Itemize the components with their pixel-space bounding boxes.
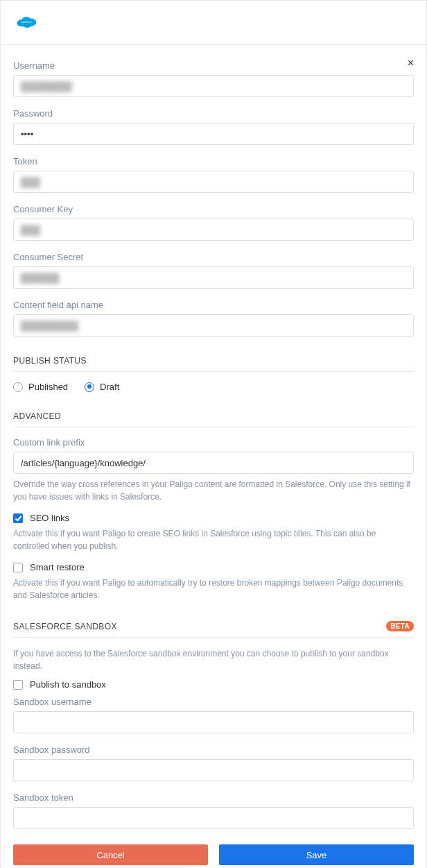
- advanced-title: ADVANCED: [13, 411, 414, 421]
- consumer-key-label: Consumer Key: [13, 204, 414, 214]
- divider: [13, 637, 414, 638]
- smart-restore-checkbox[interactable]: [13, 563, 23, 572]
- custom-link-help: Override the way cross references in you…: [13, 478, 414, 503]
- published-radio-input[interactable]: [13, 382, 23, 392]
- sandbox-token-input[interactable]: [13, 807, 414, 829]
- cancel-button[interactable]: Cancel: [13, 844, 208, 865]
- sandbox-token-label: Sandbox token: [13, 792, 414, 803]
- consumer-secret-label: Consumer Secret: [13, 252, 414, 262]
- seo-links-checkbox[interactable]: [13, 513, 23, 523]
- token-label: Token: [13, 156, 414, 167]
- smart-restore-checkbox-row[interactable]: Smart restore: [13, 562, 414, 572]
- draft-radio-input[interactable]: [85, 382, 94, 392]
- sandbox-password-input[interactable]: [13, 759, 414, 781]
- consumer-key-input[interactable]: ███: [13, 219, 414, 241]
- divider: [13, 371, 414, 372]
- sandbox-intro: If you have access to the Salesforce san…: [13, 647, 414, 672]
- content-field-label: Content field api name: [13, 300, 414, 310]
- published-radio-label: Published: [28, 382, 68, 392]
- sandbox-password-label: Sandbox password: [13, 744, 414, 755]
- svg-text:salesforce: salesforce: [21, 21, 32, 24]
- publish-sandbox-checkbox-row[interactable]: Publish to sandbox: [13, 679, 414, 690]
- content-field-input[interactable]: █████████: [13, 314, 414, 337]
- seo-links-label: SEO links: [30, 513, 69, 523]
- publish-status-title: PUBLISH STATUS: [13, 356, 414, 366]
- username-label: Username: [13, 60, 414, 71]
- close-icon[interactable]: ×: [408, 58, 414, 69]
- publish-sandbox-label: Publish to sandbox: [30, 679, 106, 690]
- beta-badge: BETA: [386, 621, 414, 631]
- username-input[interactable]: ████████: [13, 75, 414, 97]
- token-input[interactable]: ███: [13, 171, 414, 193]
- smart-restore-help: Activate this if you want Paligo to auto…: [13, 577, 414, 602]
- sandbox-title: SALESFORCE SANDBOX: [13, 622, 117, 631]
- custom-link-input[interactable]: [13, 452, 414, 474]
- save-button[interactable]: Save: [219, 844, 414, 865]
- sandbox-username-label: Sandbox username: [13, 697, 414, 707]
- custom-link-label: Custom link prefix: [13, 437, 414, 448]
- header: salesforce: [1, 1, 426, 45]
- draft-radio-label: Draft: [100, 382, 119, 392]
- publish-sandbox-checkbox[interactable]: [13, 680, 23, 690]
- password-label: Password: [13, 108, 414, 119]
- consumer-secret-input[interactable]: ██████: [13, 266, 414, 289]
- salesforce-logo-icon: salesforce: [15, 13, 38, 30]
- smart-restore-label: Smart restore: [30, 562, 85, 572]
- divider: [13, 427, 414, 427]
- draft-radio[interactable]: Draft: [85, 382, 119, 392]
- seo-links-help: Activate this if you want Paligo to crea…: [13, 527, 414, 552]
- seo-links-checkbox-row[interactable]: SEO links: [13, 513, 414, 523]
- sandbox-username-input[interactable]: [13, 711, 414, 733]
- password-input[interactable]: [13, 123, 414, 145]
- published-radio[interactable]: Published: [13, 382, 68, 392]
